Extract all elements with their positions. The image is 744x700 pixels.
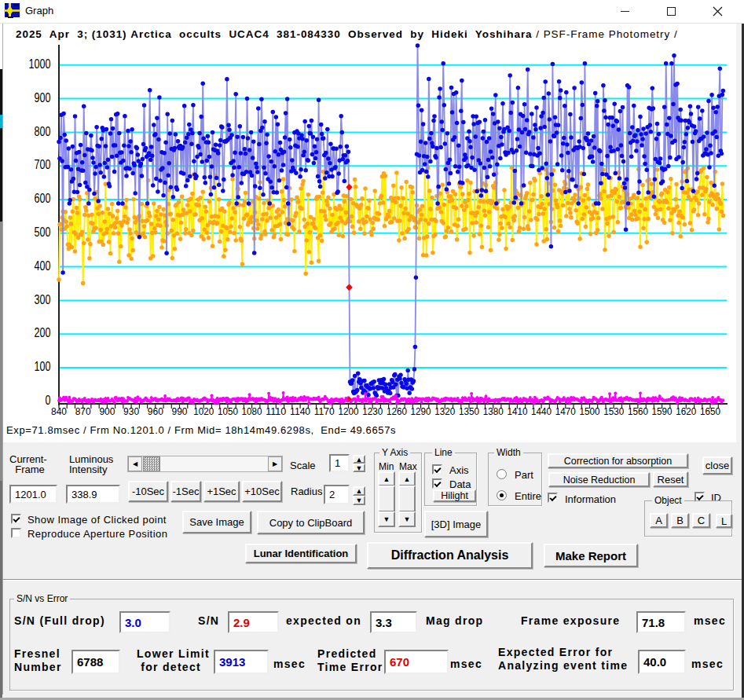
svg-text:1140: 1140 [290,406,310,417]
svg-text:1320: 1320 [434,406,455,417]
svg-text:0: 0 [46,394,51,407]
svg-text:870: 870 [75,406,91,417]
svg-text:500: 500 [35,225,51,239]
svg-text:960: 960 [148,406,163,417]
svg-text:1650: 1650 [700,406,720,417]
svg-text:1170: 1170 [314,406,335,417]
svg-text:1230: 1230 [362,406,383,417]
svg-text:840: 840 [51,406,67,417]
svg-text:1380: 1380 [483,406,504,417]
svg-text:1530: 1530 [603,406,624,417]
svg-text:1050: 1050 [218,406,238,417]
svg-text:100: 100 [35,360,51,373]
svg-text:1350: 1350 [459,406,479,417]
svg-text:400: 400 [35,259,51,273]
svg-text:1410: 1410 [507,406,527,417]
svg-text:1200: 1200 [339,406,359,417]
svg-text:700: 700 [35,158,51,171]
svg-text:1110: 1110 [266,406,286,417]
svg-text:1470: 1470 [555,406,576,417]
svg-text:1080: 1080 [242,406,262,417]
svg-text:200: 200 [35,326,51,339]
svg-text:1020: 1020 [193,406,214,417]
svg-text:1000: 1000 [29,57,51,71]
svg-text:930: 930 [123,406,139,417]
svg-text:300: 300 [35,293,51,306]
svg-text:1260: 1260 [387,406,407,417]
svg-text:900: 900 [35,91,51,104]
svg-text:1290: 1290 [411,406,431,417]
svg-text:1500: 1500 [580,406,600,417]
svg-text:990: 990 [172,406,188,417]
svg-text:1620: 1620 [676,406,696,417]
svg-text:900: 900 [99,406,115,417]
svg-text:1560: 1560 [628,406,648,417]
svg-text:600: 600 [35,192,51,205]
svg-text:800: 800 [35,125,51,138]
svg-text:1590: 1590 [652,406,673,417]
svg-text:1440: 1440 [531,406,552,417]
